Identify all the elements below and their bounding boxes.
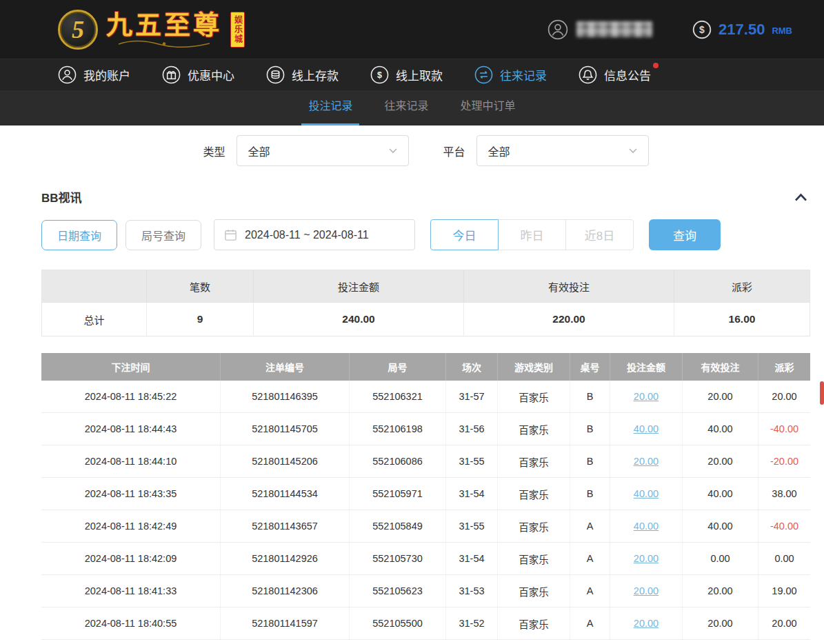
table-cell: 20.00 xyxy=(610,607,683,639)
bet-amount-link[interactable]: 40.00 xyxy=(634,488,659,499)
user-account[interactable] xyxy=(547,19,652,40)
table-cell: 20.00 xyxy=(610,381,683,412)
brand-flourish-icon xyxy=(116,40,212,48)
tab-processing-orders[interactable]: 处理中订单 xyxy=(454,90,523,125)
collapse-button[interactable] xyxy=(792,190,810,204)
table-cell: A xyxy=(570,543,610,574)
table-cell: 2024-08-11 18:42:09 xyxy=(41,543,221,574)
table-row: 2024-08-11 18:45:22521801146395552106321… xyxy=(41,381,810,413)
table-cell: -20.00 xyxy=(758,445,810,477)
nav-label: 优惠中心 xyxy=(188,66,234,83)
table-cell: 31-57 xyxy=(446,381,498,412)
bet-amount-link[interactable]: 20.00 xyxy=(634,585,659,596)
table-row: 2024-08-11 18:44:43521801145705552106198… xyxy=(41,413,810,445)
table-cell: B xyxy=(570,413,610,445)
bet-amount-link[interactable]: 20.00 xyxy=(634,391,659,402)
summary-header-row: 笔数 投注金额 有效投注 派彩 xyxy=(42,270,810,302)
brand-logo[interactable]: 5 九五至尊 娱乐城 xyxy=(58,10,245,50)
table-cell: 百家乐 xyxy=(498,607,570,639)
column-header: 投注金额 xyxy=(610,353,683,381)
today-button[interactable]: 今日 xyxy=(430,219,499,250)
tab-bet-records[interactable]: 投注记录 xyxy=(301,90,359,125)
nav-promotions[interactable]: 优惠中心 xyxy=(162,66,234,84)
summary-payout: 16.00 xyxy=(674,302,810,336)
bet-amount-link[interactable]: 20.00 xyxy=(634,553,659,564)
summary-table: 笔数 投注金额 有效投注 派彩 总计 9 240.00 220.00 16.00 xyxy=(41,270,810,336)
table-cell: 2024-08-11 18:45:22 xyxy=(41,381,221,412)
bets-table: 下注时间注单编号局号场次游戏类别桌号投注金额有效投注派彩 2024-08-11 … xyxy=(41,353,810,640)
table-cell: B xyxy=(570,381,610,412)
section-header: BB视讯 xyxy=(41,188,810,205)
bet-amount-link[interactable]: 40.00 xyxy=(634,423,659,434)
table-cell: 20.00 xyxy=(683,381,758,412)
table-cell: 百家乐 xyxy=(498,543,570,574)
table-cell: 31-54 xyxy=(446,543,498,574)
table-cell: 38.00 xyxy=(758,478,810,510)
nav-online-withdrawal[interactable]: $ 线上取款 xyxy=(370,66,443,84)
brand-name: 九五至尊 xyxy=(106,12,222,38)
table-cell: 20.00 xyxy=(610,543,683,574)
sub-tabs: 投注记录 往来记录 处理中订单 xyxy=(0,90,824,125)
search-button[interactable]: 查询 xyxy=(649,219,721,250)
column-header: 下注时间 xyxy=(41,353,221,381)
table-cell: 552105500 xyxy=(350,607,446,639)
avatar-icon xyxy=(547,19,568,40)
section-title: BB视讯 xyxy=(41,188,82,205)
table-cell: -40.00 xyxy=(758,413,810,445)
table-cell: 40.00 xyxy=(683,413,758,445)
bet-amount-link[interactable]: 20.00 xyxy=(634,618,659,629)
table-cell: 521801142926 xyxy=(221,543,350,574)
table-row: 2024-08-11 18:42:09521801142926552105730… xyxy=(41,543,810,575)
logo-glyph: 5 xyxy=(72,15,84,44)
dollar-icon: $ xyxy=(370,66,389,84)
brand-badge: 娱乐城 xyxy=(230,12,245,48)
round-query-button[interactable]: 局号查询 xyxy=(125,220,201,250)
nav-announcements[interactable]: 信息公告 xyxy=(579,66,651,84)
table-cell: 31-52 xyxy=(446,607,498,639)
nav-online-deposit[interactable]: 线上存款 xyxy=(266,66,339,84)
last8days-button[interactable]: 近8日 xyxy=(565,219,634,250)
table-cell: B xyxy=(570,445,610,477)
bet-amount-link[interactable]: 20.00 xyxy=(634,456,659,467)
table-row: 2024-08-11 18:44:10521801145206552106086… xyxy=(41,445,810,478)
balance-currency: RMB xyxy=(772,26,792,36)
table-cell: 31-53 xyxy=(446,575,498,607)
table-row: 2024-08-11 18:40:55521801141597552105500… xyxy=(41,607,810,640)
date-query-button[interactable]: 日期查询 xyxy=(41,220,117,250)
table-cell: 521801141597 xyxy=(221,607,350,639)
platform-select[interactable]: 全部 xyxy=(476,135,649,166)
platform-filter-label: 平台 xyxy=(443,143,465,159)
column-header: 场次 xyxy=(446,353,498,381)
brand-name-wrap: 九五至尊 xyxy=(106,12,222,48)
column-header: 桌号 xyxy=(570,353,610,381)
tab-transaction-records[interactable]: 往来记录 xyxy=(377,90,435,125)
summary-header-count: 笔数 xyxy=(147,270,254,302)
nav-transaction-records[interactable]: 往来记录 xyxy=(474,66,547,84)
yesterday-button[interactable]: 昨日 xyxy=(498,219,566,250)
table-cell: A xyxy=(570,607,610,639)
table-cell: 百家乐 xyxy=(498,381,570,412)
table-cell: 2024-08-11 18:41:33 xyxy=(41,575,221,607)
main-nav: 我的账户 优惠中心 线上存款 $ xyxy=(0,59,824,90)
type-select[interactable]: 全部 xyxy=(237,135,409,166)
scrollbar-thumb[interactable] xyxy=(820,381,824,405)
table-cell: 521801145705 xyxy=(221,413,350,445)
calendar-icon xyxy=(224,228,237,241)
balance[interactable]: $ 217.50 RMB xyxy=(692,20,792,39)
summary-header-payout: 派彩 xyxy=(674,270,810,302)
date-range-picker[interactable]: 2024-08-11 ~ 2024-08-11 xyxy=(214,219,415,250)
table-cell: 百家乐 xyxy=(498,413,570,445)
svg-text:$: $ xyxy=(699,24,705,35)
nav-my-account[interactable]: 我的账户 xyxy=(58,66,130,84)
bet-amount-link[interactable]: 40.00 xyxy=(634,521,659,532)
table-cell: A xyxy=(570,510,610,542)
table-cell: 百家乐 xyxy=(498,510,570,542)
nav-label: 往来记录 xyxy=(500,66,547,83)
quick-date-group: 今日 昨日 近8日 xyxy=(430,219,634,250)
table-cell: 31-54 xyxy=(446,478,498,510)
table-cell: 20.00 xyxy=(683,445,758,477)
table-cell: 20.00 xyxy=(683,607,758,639)
bell-icon xyxy=(579,66,597,84)
table-row: 2024-08-11 18:41:33521801142306552105623… xyxy=(41,575,810,607)
table-cell: 552106198 xyxy=(350,413,446,445)
